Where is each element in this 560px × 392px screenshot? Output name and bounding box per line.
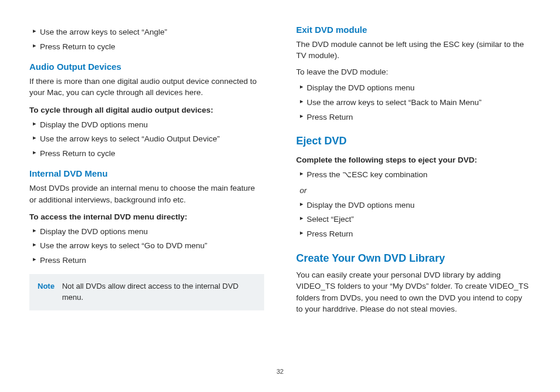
eject-step-a: Press the ⌥ESC key combination	[296, 169, 531, 181]
intro-plain: To leave the DVD module:	[296, 66, 531, 78]
step-prefix: Press the	[307, 170, 343, 179]
option-key-icon: ⌥	[342, 170, 352, 179]
internal-menu-steps: Display the DVD options menu Use the arr…	[29, 226, 264, 266]
heading-create-dvd-library: Create Your Own DVD Library	[296, 251, 531, 266]
list-item: Use the arrow keys to select “Back to Ma…	[296, 97, 531, 109]
intro-bold: To access the internal DVD menu directly…	[29, 211, 264, 223]
heading-exit-dvd-module: Exit DVD module	[296, 23, 531, 36]
heading-internal-dvd-menu: Internal DVD Menu	[29, 167, 264, 180]
exit-steps: Display the DVD options menu Use the arr…	[296, 82, 531, 123]
eject-steps-b: Display the DVD options menu Select “Eje…	[296, 200, 531, 240]
body-text: The DVD module cannot be left using the …	[296, 39, 531, 62]
list-item: Use the arrow keys to select “Angle”	[29, 26, 264, 38]
note-box: Note Not all DVDs allow direct access to…	[29, 274, 264, 310]
body-text: You can easily create your personal DVD …	[296, 269, 531, 315]
body-text: If there is more than one digital audio …	[29, 76, 264, 99]
list-item: Press the ⌥ESC key combination	[296, 169, 531, 181]
list-item: Display the DVD options menu	[296, 200, 531, 211]
list-item: Press Return to cycle	[29, 148, 264, 160]
page-number: 32	[29, 367, 531, 377]
body-text: Most DVDs provide an internal menu to ch…	[29, 183, 264, 205]
audio-steps: Display the DVD options menu Use the arr…	[29, 119, 264, 160]
list-item: Display the DVD options menu	[296, 82, 531, 94]
step-suffix: ESC key combination	[352, 170, 427, 179]
intro-bold: To cycle through all digital audio outpu…	[29, 104, 264, 116]
list-item: Display the DVD options menu	[29, 226, 264, 238]
intro-bold: Complete the following steps to eject yo…	[296, 154, 531, 166]
heading-audio-output-devices: Audio Output Devices	[29, 60, 264, 73]
list-item: Press Return	[296, 111, 531, 123]
list-item: Display the DVD options menu	[29, 119, 264, 131]
list-item: Press Return to cycle	[29, 41, 264, 53]
note-text: Not all DVDs allow direct access to the …	[62, 281, 255, 303]
list-item: Use the arrow keys to select “Go to DVD …	[29, 240, 264, 252]
or-separator: or	[300, 185, 531, 197]
heading-eject-dvd: Eject DVD	[296, 133, 531, 148]
list-item: Press Return	[296, 228, 531, 240]
list-item: Use the arrow keys to select “Audio Outp…	[29, 133, 264, 145]
angle-steps: Use the arrow keys to select “Angle” Pre…	[29, 26, 264, 52]
list-item: Select “Eject”	[296, 214, 531, 225]
list-item: Press Return	[29, 255, 264, 266]
note-label: Note	[38, 281, 60, 292]
two-column-layout: Use the arrow keys to select “Angle” Pre…	[29, 23, 531, 364]
